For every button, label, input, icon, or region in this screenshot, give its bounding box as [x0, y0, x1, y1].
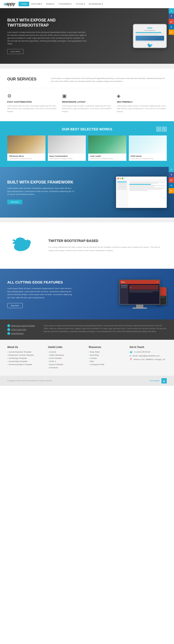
hero-section: BUILT WITH EXPOSE AND TWITTERBOOTSTRAP L…	[0, 8, 174, 64]
footer-description: Lorem ipsum is simply dummy text of the …	[44, 324, 167, 335]
portfolio-next-button[interactable]: ›	[162, 127, 167, 132]
footer-resources-link-5[interactable]: • Company Profile	[89, 364, 126, 366]
twitter-heading: TWITTER BOOTSTRAP BASED	[48, 239, 164, 243]
nav-item-typography[interactable]: TYPOGRAPHY	[56, 2, 74, 6]
portfolio-desc-4: Lorem ipsum is simply dummy...	[130, 158, 165, 159]
footer-about-heading: About Us	[7, 346, 45, 348]
footer-resources-link-2[interactable]: • Easy Blog	[89, 354, 126, 356]
google-social-button[interactable]: g+	[169, 19, 174, 24]
features-section: ALL CUTTING EDGE FEATURES Lorem ipsum do…	[0, 269, 174, 320]
service-item-customization: ⚙ EASY CUSTOMIZATION Lorem ipsum dolor s…	[7, 93, 57, 113]
logo[interactable]: aappy	[4, 2, 15, 6]
twitter-social-button-2[interactable]: t	[169, 167, 174, 172]
services-header: OUR SERVICES Lorem ipsum is simply dummy…	[7, 77, 167, 83]
portfolio-item-1[interactable]: Offcanvas Menu Lorem ipsum is simply dum…	[7, 136, 45, 161]
portfolio-thumb-1	[7, 136, 45, 154]
rss-social-button[interactable]: ⊛	[169, 30, 174, 35]
twitter-social-button[interactable]: t	[169, 8, 174, 14]
footer-contact-heading: Get In Touch	[129, 346, 167, 348]
framework-buy-button[interactable]: Buy Now	[7, 200, 22, 204]
hero-description: Lorem ipsum is simply dummy text of the …	[7, 31, 87, 46]
copyright-text: Copyright © 2010-2012 ThemeXpert, All ri…	[7, 380, 52, 382]
footer-link-3[interactable]: ✓ twitterbootstrap	[7, 332, 39, 335]
footer-useful-link-2[interactable]: • Twitter Bootstrap	[48, 354, 85, 356]
copyright-bar: Copyright © 2010-2012 ThemeXpert, All ri…	[0, 376, 174, 386]
footer-useful-link-6[interactable]: • Download	[48, 366, 85, 369]
portfolio-desc-1: Lorem ipsum is simply dummy...	[9, 158, 44, 159]
footer-link-1[interactable]: ✓ Responsive Joomla Template	[7, 324, 39, 327]
footer-links-col: ✓ Responsive Joomla Template ✓ HTML 5 an…	[7, 324, 39, 335]
nav-item-extensions[interactable]: EXTENSIONS ▾	[87, 2, 105, 6]
footer-link-2[interactable]: ✓ HTML 5 and CSS3	[7, 328, 39, 331]
hero-image: appy OUR SERVICES 🐦	[87, 24, 167, 48]
framework-text: BUILT WITH EXPOSE FRAMEWORK Lorem ipsum …	[7, 180, 75, 204]
customization-title: EASY CUSTOMIZATION	[7, 101, 57, 103]
portfolio-item-2[interactable]: Easy Customization Lorem ipsum is simply…	[48, 136, 86, 161]
footer-about-link-5[interactable]: • Joomla Education Template	[7, 364, 45, 366]
footer-resources-link-3[interactable]: • Contact	[89, 357, 126, 359]
contact-address: 📍 Street nr 120, 4608634, Chicago, US	[129, 358, 167, 361]
footer-bottom: About Us • Joomla Business Template • Re…	[0, 340, 174, 376]
portfolio-prev-button[interactable]: ‹	[156, 127, 161, 132]
svg-point-0	[19, 244, 20, 247]
contact-email: ✉ Email: sales@yourwebsite.com	[129, 355, 167, 357]
portfolio-item-4[interactable]: LESS based Lorem ipsum is simply dummy..…	[129, 136, 167, 161]
navbar: aappy HOME EXPLORE ▾ PAGES ▾ TYPOGRAPHY …	[0, 0, 174, 8]
linkedin-social-button-2[interactable]: in	[169, 183, 174, 188]
social-sidebar: t f g+ in ⊛	[169, 8, 174, 35]
features-buy-button[interactable]: Buy Now	[7, 303, 23, 308]
portfolio-title-3: Lazy Loader	[90, 155, 125, 157]
google-social-button-2[interactable]: g+	[169, 178, 174, 183]
nav-item-explore[interactable]: EXPLORE ▾	[30, 2, 44, 6]
nav-item-styles[interactable]: STYLES ▾	[74, 2, 87, 6]
portfolio-desc-3: Lorem ipsum is simply dummy...	[90, 158, 125, 159]
features-description: Lorem ipsum dolor sit amet, consectetur …	[7, 287, 75, 300]
nav-item-pages[interactable]: PAGES ▾	[44, 2, 56, 6]
customization-icon: ⚙	[7, 93, 57, 99]
responsive-description: Lorem ipsum dolor sit amet, consectetur …	[62, 104, 112, 113]
footer-useful-link-4[interactable]: • HTML 5	[48, 360, 85, 362]
footer-useful-col: Useful Links • Joomla! • Twitter Bootstr…	[48, 346, 85, 370]
footer-about-link-3[interactable]: • Joomla App Template	[7, 357, 45, 359]
rss-social-button-2[interactable]: ⊛	[169, 188, 174, 194]
portfolio-item-3[interactable]: Lazy Loader Lorem ipsum is simply dummy.…	[88, 136, 126, 161]
tablet-mockup: appy OUR SERVICES 🐦	[133, 24, 167, 48]
portfolio-title-4: LESS based	[130, 155, 165, 157]
footer-resources-link-4[interactable]: • FAQ	[89, 360, 126, 362]
learn-more-button[interactable]: Learn More	[7, 49, 24, 54]
framework-section: BUILT WITH EXPOSE FRAMEWORK Lorem ipsum …	[0, 167, 174, 218]
footer-useful-link-3[interactable]: • LESS Website	[48, 357, 85, 359]
nav-item-home[interactable]: HOME	[19, 2, 29, 6]
portfolio-desc-2: Lorem ipsum is simply dummy...	[50, 158, 84, 159]
footer-about-link-1[interactable]: • Joomla Business Template	[7, 351, 45, 353]
linkedin-social-button[interactable]: in	[169, 24, 174, 30]
portfolio-navigation: ‹ ›	[156, 127, 167, 132]
footer-about-link-4[interactable]: • Joomla Blog Template	[7, 360, 45, 362]
footer-resources-col: Resources • Easy Slider • Easy Blog • Co…	[89, 346, 126, 370]
browser-mockup	[116, 176, 167, 208]
service-item-seo: ◈ SEO FRIENDLY Lorem ipsum dolor sit ame…	[117, 93, 167, 113]
footer-about-link-2[interactable]: • Responsive Joomla Template	[7, 354, 45, 356]
portfolio-thumb-3	[88, 136, 126, 154]
nav-menu: HOME EXPLORE ▾ PAGES ▾ TYPOGRAPHY STYLES…	[19, 2, 105, 6]
hero-title: BUILT WITH EXPOSE AND TWITTERBOOTSTRAP	[7, 18, 87, 28]
footer-useful-heading: Useful Links	[48, 346, 85, 348]
footer-about-col: About Us • Joomla Business Template • Re…	[7, 346, 45, 370]
copyright-logo: themexpert	[150, 380, 159, 382]
portfolio-title-2: Easy Customization	[50, 155, 84, 157]
features-text: ALL CUTTING EDGE FEATURES Lorem ipsum do…	[7, 280, 75, 308]
portfolio-grid: Offcanvas Menu Lorem ipsum is simply dum…	[7, 136, 167, 161]
footer-useful-link-1[interactable]: • Joomla!	[48, 351, 85, 353]
footer-useful-link-5[interactable]: • Expose Website	[48, 364, 85, 366]
hero-text: BUILT WITH EXPOSE AND TWITTERBOOTSTRAP L…	[7, 18, 87, 54]
responsive-icon: ▣	[62, 93, 112, 99]
scroll-top-button[interactable]: ▲	[161, 378, 167, 384]
customization-description: Lorem ipsum dolor sit amet, consectetur …	[7, 104, 57, 113]
facebook-social-button-2[interactable]: f	[169, 172, 174, 178]
portfolio-thumb-4	[129, 136, 167, 154]
footer-resources-link-1[interactable]: • Easy Slider	[89, 351, 126, 353]
facebook-social-button[interactable]: f	[169, 14, 174, 19]
features-heading: ALL CUTTING EDGE FEATURES	[7, 280, 75, 284]
features-monitor: Menu ≡ ●	[119, 280, 160, 308]
social-sidebar-2: t f g+ in ⊛	[169, 167, 174, 194]
